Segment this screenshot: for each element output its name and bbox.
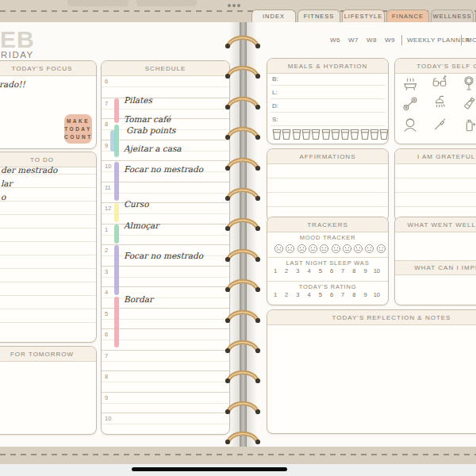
tab-lifestyle[interactable]: LIFESTYLE bbox=[342, 10, 385, 22]
grateful-body[interactable] bbox=[395, 164, 476, 221]
tab-finance[interactable]: FINANCE bbox=[386, 10, 429, 22]
scale-number[interactable]: 1 bbox=[271, 291, 280, 298]
scale-number[interactable]: 6 bbox=[327, 267, 336, 274]
schedule-row[interactable]: 4 bbox=[102, 286, 229, 309]
scale-number[interactable]: 9 bbox=[361, 291, 370, 298]
scale-number[interactable]: 2 bbox=[282, 291, 291, 298]
schedule-row[interactable]: 1 bbox=[102, 224, 229, 246]
scale-number[interactable]: 3 bbox=[293, 267, 302, 274]
schedule-row[interactable]: 7 bbox=[102, 350, 229, 372]
improve-header: WHAT CAN I IMPROVE bbox=[395, 260, 476, 275]
home-indicator[interactable] bbox=[132, 467, 287, 471]
mood-face-icon[interactable] bbox=[353, 243, 363, 253]
scale-number[interactable]: 5 bbox=[316, 267, 325, 274]
ruled-line bbox=[271, 85, 385, 86]
schedule-row[interactable]: 8 bbox=[102, 370, 229, 393]
mood-face-icon[interactable] bbox=[319, 243, 329, 253]
scale-number[interactable]: 5 bbox=[316, 291, 325, 298]
trackers-body[interactable]: MOOD TRACKER LAST NIGHT SLEEP WAS 123456… bbox=[267, 232, 388, 305]
mood-face-icon[interactable] bbox=[308, 243, 318, 253]
hour-label: 7 bbox=[105, 100, 108, 107]
water-cup-icon[interactable] bbox=[370, 129, 379, 140]
scale-number[interactable]: 4 bbox=[305, 291, 314, 298]
water-cup-icon[interactable] bbox=[292, 129, 301, 140]
hour-label: 1 bbox=[105, 226, 108, 233]
hour-label: 11 bbox=[105, 184, 111, 191]
hour-label: 8 bbox=[105, 121, 108, 128]
page-handle-dot bbox=[237, 4, 240, 7]
schedule-row[interactable]: 3 bbox=[102, 266, 229, 288]
scale-number[interactable]: 1 bbox=[271, 267, 280, 274]
scale-number[interactable]: 8 bbox=[349, 291, 359, 298]
highlight-bar bbox=[114, 125, 119, 157]
mood-face-icon[interactable] bbox=[364, 243, 374, 253]
self-care-body[interactable] bbox=[395, 74, 476, 144]
tab-index[interactable]: INDEX bbox=[251, 10, 296, 22]
mood-face-icon[interactable] bbox=[297, 243, 307, 253]
mood-face-icon[interactable] bbox=[376, 243, 386, 253]
week-link-w6[interactable]: W6 bbox=[330, 36, 340, 44]
meals-body[interactable]: B:L:D:S: bbox=[267, 74, 388, 144]
page-handle-dot bbox=[232, 4, 236, 7]
water-cup-icon[interactable] bbox=[272, 129, 282, 140]
water-cup-icon[interactable] bbox=[340, 129, 350, 140]
reflection-body[interactable] bbox=[267, 325, 476, 433]
tab-wellness[interactable]: WELLNESS bbox=[431, 10, 474, 22]
schedule-row[interactable]: 5 bbox=[102, 308, 229, 330]
schedule-row[interactable]: 9 bbox=[102, 392, 229, 414]
affirmations-body[interactable] bbox=[267, 164, 388, 221]
went-well-body[interactable]: WHAT CAN I IMPROVE bbox=[395, 232, 476, 305]
schedule-row[interactable]: 10 bbox=[102, 413, 229, 435]
scale-number[interactable]: 8 bbox=[349, 267, 359, 274]
mood-face-icon[interactable] bbox=[285, 243, 295, 253]
for-tomorrow-body[interactable] bbox=[0, 362, 96, 434]
water-cup-icon[interactable] bbox=[282, 129, 291, 140]
water-cup-icon[interactable] bbox=[301, 129, 311, 140]
highlight-bar bbox=[114, 162, 119, 201]
water-cup-icon[interactable] bbox=[311, 129, 321, 140]
water-cup-icon[interactable] bbox=[350, 129, 359, 140]
scale-number[interactable]: 10 bbox=[372, 267, 382, 274]
water-cup-icon[interactable] bbox=[360, 129, 370, 140]
ruled-line bbox=[271, 112, 385, 113]
half-hour-line bbox=[102, 277, 229, 278]
scale-number[interactable]: 10 bbox=[372, 291, 382, 298]
week-link-w7[interactable]: W7 bbox=[348, 36, 359, 44]
meals-hydration-panel: MEALS & HYDRATION B:L:D:S: bbox=[267, 58, 389, 144]
water-cup-icon[interactable] bbox=[321, 129, 331, 140]
todo-body[interactable]: der mestradolaro bbox=[0, 167, 96, 342]
sleep-mask-icon bbox=[431, 75, 448, 92]
water-cup-icon[interactable] bbox=[379, 129, 389, 140]
dumbbell-icon bbox=[401, 95, 419, 113]
mood-face-icon[interactable] bbox=[274, 243, 284, 253]
week-link-w8[interactable]: W8 bbox=[367, 36, 377, 44]
scale-number[interactable]: 7 bbox=[338, 267, 347, 274]
scale-number[interactable]: 6 bbox=[327, 291, 336, 298]
schedule-panel: SCHEDULE 678910111212345678910 PilatesTo… bbox=[101, 60, 230, 435]
tab-fitness[interactable]: FITNESS bbox=[298, 10, 340, 22]
scale-number[interactable]: 4 bbox=[305, 267, 314, 274]
mood-face-icon[interactable] bbox=[342, 243, 352, 253]
sticker-line: MAKE bbox=[64, 117, 92, 125]
scale-number[interactable]: 2 bbox=[282, 267, 291, 274]
month-label: EB bbox=[0, 26, 35, 53]
handwritten-schedule-entry: Focar no mestrado bbox=[124, 251, 203, 260]
tracker-divider bbox=[267, 281, 388, 282]
tracker-divider bbox=[267, 257, 388, 258]
handwritten-schedule-entry: Pilates bbox=[124, 95, 152, 105]
schedule-row[interactable]: 12 bbox=[102, 202, 229, 225]
schedule-row[interactable]: 11 bbox=[102, 182, 229, 204]
scale-number[interactable]: 3 bbox=[293, 291, 302, 298]
scale-number[interactable]: 9 bbox=[361, 267, 370, 274]
schedule-row[interactable]: 6 bbox=[102, 76, 229, 98]
monthly-link[interactable]: MON bbox=[466, 36, 476, 44]
half-hour-line bbox=[102, 235, 229, 236]
week-link-w9[interactable]: W9 bbox=[385, 36, 395, 44]
bathtub-icon bbox=[401, 75, 419, 92]
todays-focus-body[interactable]: rado!! MAKE TODAY COUNT bbox=[0, 76, 96, 148]
ruled-line bbox=[0, 322, 96, 323]
mood-face-icon[interactable] bbox=[331, 243, 341, 253]
scale-number[interactable]: 7 bbox=[338, 291, 347, 298]
schedule-row[interactable]: 6 bbox=[102, 328, 229, 351]
water-cup-icon[interactable] bbox=[331, 129, 340, 140]
